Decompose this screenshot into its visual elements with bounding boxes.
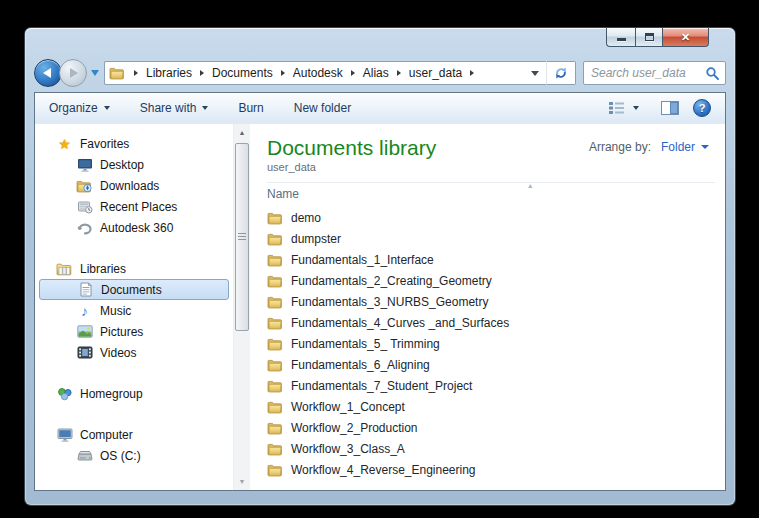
scrollbar-up-icon[interactable]: ▲ bbox=[234, 124, 250, 141]
folder-row[interactable]: Fundamentals_5_ Trimming bbox=[267, 333, 715, 354]
preview-pane-button[interactable] bbox=[661, 101, 679, 115]
sidebar-group-libraries[interactable]: Libraries bbox=[35, 258, 233, 279]
folder-row[interactable]: Workflow_4_Reverse_Engineering bbox=[267, 459, 715, 480]
minimize-button[interactable] bbox=[606, 28, 635, 47]
explorer-main: ★FavoritesDesktopDownloadsRecent PlacesA… bbox=[35, 124, 725, 490]
dropdown-caret-icon bbox=[202, 106, 208, 110]
views-button[interactable] bbox=[608, 101, 639, 115]
folder-name: Fundamentals_6_Aligning bbox=[291, 358, 430, 372]
sidebar-item-label: Recent Places bbox=[100, 200, 177, 214]
arrange-by-value[interactable]: Folder bbox=[661, 140, 695, 154]
sidebar-item-videos[interactable]: Videos bbox=[35, 342, 233, 363]
forward-button[interactable] bbox=[59, 59, 87, 87]
breadcrumb-segment[interactable]: Documents bbox=[212, 66, 273, 80]
folder-row[interactable]: Fundamentals_4_Curves _and_Surfaces bbox=[267, 312, 715, 333]
navigation-pane: ★FavoritesDesktopDownloadsRecent PlacesA… bbox=[35, 124, 233, 490]
maximize-button[interactable] bbox=[635, 28, 663, 47]
folder-name: Fundamentals_7_Student_Project bbox=[291, 379, 472, 393]
sidebar-group-label: Favorites bbox=[80, 137, 129, 151]
breadcrumb-separator-icon bbox=[134, 70, 138, 76]
folder-icon bbox=[267, 315, 284, 330]
refresh-button[interactable] bbox=[546, 61, 576, 85]
pictures-icon bbox=[76, 324, 93, 340]
back-button[interactable] bbox=[34, 59, 62, 87]
breadcrumb-separator-icon bbox=[397, 70, 401, 76]
recent-pages-dropdown[interactable] bbox=[91, 70, 99, 76]
sidebar-item-recent-places[interactable]: Recent Places bbox=[35, 196, 233, 217]
folder-row[interactable]: demo bbox=[267, 207, 715, 228]
close-button[interactable]: ✕ bbox=[663, 28, 709, 47]
minimize-icon bbox=[617, 38, 626, 41]
homegroup-icon bbox=[56, 386, 73, 402]
downloads-icon bbox=[76, 178, 93, 194]
breadcrumb-segment[interactable]: user_data bbox=[409, 66, 462, 80]
sidebar-item-os-c-[interactable]: OS (C:) bbox=[35, 445, 233, 466]
views-dropdown-icon[interactable] bbox=[633, 106, 639, 110]
sidebar-item-label: Desktop bbox=[100, 158, 144, 172]
folder-row[interactable]: Fundamentals_7_Student_Project bbox=[267, 375, 715, 396]
toolbar-new-folder-button[interactable]: New folder bbox=[294, 101, 351, 115]
folder-name: Workflow_4_Reverse_Engineering bbox=[291, 463, 476, 477]
sidebar-item-documents[interactable]: Documents bbox=[39, 279, 229, 300]
address-folder-icon bbox=[109, 66, 126, 80]
folder-name: Fundamentals_2_Creating_Geometry bbox=[291, 274, 492, 288]
toolbar-item-label: Organize bbox=[49, 101, 98, 115]
folder-row[interactable]: Workflow_3_Class_A bbox=[267, 438, 715, 459]
videos-icon bbox=[76, 345, 93, 361]
toolbar-item-label: New folder bbox=[294, 101, 351, 115]
toolbar-organize-button[interactable]: Organize bbox=[49, 101, 110, 115]
sort-ascending-icon: ▲ bbox=[527, 183, 534, 189]
sidebar-group-computer[interactable]: Computer bbox=[35, 424, 233, 445]
sidebar-item-desktop[interactable]: Desktop bbox=[35, 154, 233, 175]
arrange-by-control[interactable]: Arrange by: Folder bbox=[589, 140, 709, 154]
sidebar-group-label: Libraries bbox=[80, 262, 126, 276]
folder-list: demodumpsterFundamentals_1_InterfaceFund… bbox=[267, 207, 715, 480]
folder-row[interactable]: Fundamentals_2_Creating_Geometry bbox=[267, 270, 715, 291]
search-input[interactable] bbox=[591, 66, 705, 80]
folder-row[interactable]: Workflow_1_Concept bbox=[267, 396, 715, 417]
sidebar-item-label: Pictures bbox=[100, 325, 143, 339]
folder-row[interactable]: Fundamentals_6_Aligning bbox=[267, 354, 715, 375]
sidebar-item-label: OS (C:) bbox=[100, 449, 141, 463]
scrollbar-down-icon[interactable]: ▼ bbox=[234, 473, 250, 490]
star-icon: ★ bbox=[56, 136, 73, 152]
toolbar-burn-button[interactable]: Burn bbox=[238, 101, 263, 115]
folder-name: dumpster bbox=[291, 232, 341, 246]
breadcrumb-segment[interactable]: Libraries bbox=[146, 66, 192, 80]
breadcrumb-segment[interactable]: Autodesk bbox=[293, 66, 343, 80]
folder-row[interactable]: Fundamentals_3_NURBS_Geometry bbox=[267, 291, 715, 312]
sidebar-item-autodesk-360[interactable]: Autodesk 360 bbox=[35, 217, 233, 238]
search-box bbox=[583, 61, 726, 85]
sidebar-group-homegroup[interactable]: Homegroup bbox=[35, 383, 233, 404]
search-icon[interactable] bbox=[705, 66, 720, 81]
address-dropdown-icon[interactable] bbox=[531, 71, 539, 76]
sidebar-item-label: Autodesk 360 bbox=[100, 221, 173, 235]
sidebar-item-downloads[interactable]: Downloads bbox=[35, 175, 233, 196]
sidebar-item-pictures[interactable]: Pictures bbox=[35, 321, 233, 342]
scrollbar-thumb[interactable] bbox=[235, 143, 249, 331]
navigation-scrollbar[interactable]: ▲ ▼ bbox=[233, 124, 250, 490]
folder-row[interactable]: Fundamentals_1_Interface bbox=[267, 249, 715, 270]
help-button[interactable]: ? bbox=[693, 99, 711, 117]
toolbar-share-with-button[interactable]: Share with bbox=[140, 101, 209, 115]
folder-icon bbox=[267, 231, 284, 246]
toolbar-right-icons: ? bbox=[608, 99, 711, 117]
folder-icon bbox=[267, 336, 284, 351]
maximize-icon bbox=[645, 33, 654, 41]
toolbar-item-label: Burn bbox=[238, 101, 263, 115]
sidebar-item-label: Videos bbox=[100, 346, 136, 360]
folder-icon bbox=[267, 357, 284, 372]
recent-places-icon bbox=[76, 199, 93, 215]
a360-icon bbox=[76, 220, 93, 236]
sidebar-group-favorites[interactable]: ★Favorites bbox=[35, 133, 233, 154]
breadcrumb-separator-icon bbox=[470, 70, 474, 76]
sidebar-item-music[interactable]: ♪Music bbox=[35, 300, 233, 321]
close-icon: ✕ bbox=[681, 32, 690, 43]
breadcrumb-segment[interactable]: Alias bbox=[363, 66, 389, 80]
folder-icon bbox=[267, 420, 284, 435]
column-header-name[interactable]: Name ▲ bbox=[267, 182, 715, 204]
folder-row[interactable]: Workflow_2_Production bbox=[267, 417, 715, 438]
folder-row[interactable]: dumpster bbox=[267, 228, 715, 249]
breadcrumb[interactable]: LibrariesDocumentsAutodeskAliasuser_data bbox=[104, 61, 546, 85]
arrange-by-dropdown-icon[interactable] bbox=[701, 145, 709, 149]
